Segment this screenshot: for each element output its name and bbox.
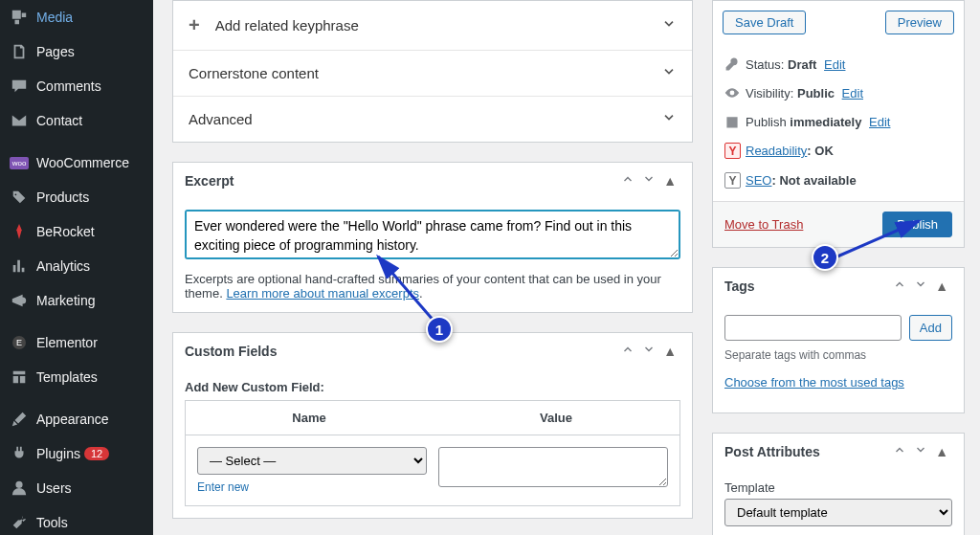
sidebar-item-woocommerce[interactable]: woo WooCommerce — [0, 145, 153, 180]
admin-sidebar: Media Pages Comments Contact woo WooComm… — [0, 0, 153, 535]
edit-visibility-link[interactable]: Edit — [842, 86, 863, 100]
cornerstone-row[interactable]: Cornerstone content — [173, 51, 692, 97]
seo-panel: + Add related keyphrase Cornerstone cont… — [172, 0, 693, 143]
panel-move-up-icon[interactable] — [889, 278, 910, 294]
tags-hint: Separate tags with commas — [724, 348, 952, 362]
sidebar-item-products[interactable]: Products — [0, 180, 153, 214]
brush-icon — [10, 410, 29, 429]
mail-icon — [10, 111, 29, 130]
add-related-keyphrase-row[interactable]: + Add related keyphrase — [173, 1, 692, 51]
cf-value-header: Value — [433, 401, 679, 435]
template-select[interactable]: Default template — [724, 499, 952, 526]
main-content: + Add related keyphrase Cornerstone cont… — [153, 0, 712, 535]
panel-move-down-icon[interactable] — [910, 278, 931, 294]
enter-new-link[interactable]: Enter new — [197, 480, 427, 494]
elementor-icon: E — [10, 333, 29, 352]
calendar-icon — [724, 114, 746, 129]
post-attributes-panel: Post Attributes ▲ Template Default templ… — [712, 433, 965, 535]
excerpt-help-text: Excerpts are optional hand-crafted summa… — [185, 272, 680, 301]
wrench-icon — [10, 513, 29, 532]
custom-field-name-select[interactable]: — Select — — [197, 447, 427, 475]
sidebar-item-tools[interactable]: Tools — [0, 505, 153, 535]
templates-icon — [10, 368, 29, 387]
save-draft-button[interactable]: Save Draft — [723, 11, 806, 34]
tags-panel: Tags ▲ Add Separate tags with commas Cho… — [712, 267, 965, 413]
seo-link[interactable]: SEO — [746, 173, 771, 188]
sidebar-item-elementor[interactable]: E Elementor — [0, 325, 153, 360]
key-icon — [724, 56, 746, 72]
panel-toggle-icon[interactable]: ▲ — [659, 173, 680, 189]
pages-icon — [10, 42, 29, 61]
tags-input[interactable] — [724, 315, 902, 341]
sidebar-item-contact[interactable]: Contact — [0, 103, 153, 138]
seo-row: Y SEO: Not available — [724, 166, 952, 195]
add-custom-field-label: Add New Custom Field: — [185, 380, 680, 394]
sidebar-item-label: Analytics — [36, 258, 145, 274]
sidebar-item-label: Tools — [36, 515, 145, 530]
panel-move-down-icon[interactable] — [638, 343, 659, 359]
status-row: Status: Draft Edit — [724, 50, 952, 78]
users-icon — [10, 479, 29, 498]
sidebar-item-plugins[interactable]: Plugins 12 — [0, 436, 153, 471]
sidebar-item-comments[interactable]: Comments — [0, 69, 153, 103]
preview-button[interactable]: Preview — [885, 11, 954, 34]
plugins-count-badge: 12 — [84, 447, 109, 460]
woo-icon: woo — [10, 153, 29, 172]
panel-title: Excerpt — [185, 173, 617, 189]
panel-toggle-icon[interactable]: ▲ — [659, 344, 680, 359]
panel-toggle-icon[interactable]: ▲ — [931, 279, 952, 294]
sidebar-item-label: Pages — [36, 44, 145, 59]
row-label: Cornerstone content — [189, 65, 661, 81]
eye-icon — [724, 85, 746, 100]
panel-title: Tags — [724, 279, 889, 294]
megaphone-icon — [10, 291, 29, 310]
panel-title: Post Attributes — [724, 444, 889, 459]
sidebar-item-users[interactable]: Users — [0, 471, 153, 505]
custom-field-value-textarea[interactable] — [438, 447, 668, 487]
advanced-row[interactable]: Advanced — [173, 97, 692, 142]
products-icon — [10, 188, 29, 207]
choose-tags-link[interactable]: Choose from the most used tags — [724, 375, 952, 401]
chevron-down-icon — [661, 110, 677, 128]
sidebar-item-label: Elementor — [36, 335, 145, 350]
readability-row: Y Readability: OK — [724, 136, 952, 166]
panel-move-down-icon[interactable] — [910, 443, 931, 459]
row-label: Add related keyphrase — [215, 17, 661, 33]
sidebar-item-label: Templates — [36, 369, 145, 385]
custom-fields-panel: Custom Fields ▲ Add New Custom Field: Na… — [172, 332, 693, 519]
sidebar-item-label: Marketing — [36, 293, 145, 308]
annotation-1: 1 — [426, 316, 453, 343]
row-label: Advanced — [189, 111, 661, 127]
panel-title: Custom Fields — [185, 344, 617, 359]
sidebar-item-label: Plugins — [36, 446, 80, 461]
add-tag-button[interactable]: Add — [909, 315, 952, 341]
learn-more-link[interactable]: Learn more about manual excerpts — [226, 286, 419, 301]
readability-link[interactable]: Readability — [746, 144, 807, 158]
edit-status-link[interactable]: Edit — [824, 57, 845, 72]
publish-button[interactable]: Publish — [882, 212, 952, 237]
panel-move-up-icon[interactable] — [617, 172, 638, 189]
excerpt-textarea[interactable]: Ever wondered were the "Hello World" phr… — [185, 210, 680, 259]
panel-move-down-icon[interactable] — [638, 172, 659, 189]
sidebar-item-label: Appearance — [36, 412, 145, 427]
panel-toggle-icon[interactable]: ▲ — [931, 444, 952, 459]
sidebar-item-media[interactable]: Media — [0, 0, 153, 34]
comments-icon — [10, 77, 29, 96]
panel-move-up-icon[interactable] — [617, 343, 638, 359]
move-to-trash-link[interactable]: Move to Trash — [724, 217, 803, 232]
panel-move-up-icon[interactable] — [889, 443, 910, 459]
analytics-icon — [10, 256, 29, 276]
berocket-icon — [10, 222, 29, 241]
sidebar-item-pages[interactable]: Pages — [0, 34, 153, 69]
right-sidebar: Save Draft Preview Status: Draft Edit Vi… — [712, 0, 980, 535]
annotation-2: 2 — [812, 244, 838, 271]
sidebar-item-marketing[interactable]: Marketing — [0, 283, 153, 318]
sidebar-item-analytics[interactable]: Analytics — [0, 249, 153, 283]
sidebar-item-appearance[interactable]: Appearance — [0, 402, 153, 436]
sidebar-item-templates[interactable]: Templates — [0, 360, 153, 394]
edit-schedule-link[interactable]: Edit — [869, 115, 890, 129]
schedule-row: Publish immediately Edit — [724, 107, 952, 136]
sidebar-item-label: Users — [36, 480, 145, 496]
publish-box: Save Draft Preview Status: Draft Edit Vi… — [712, 0, 965, 248]
sidebar-item-berocket[interactable]: BeRocket — [0, 214, 153, 249]
